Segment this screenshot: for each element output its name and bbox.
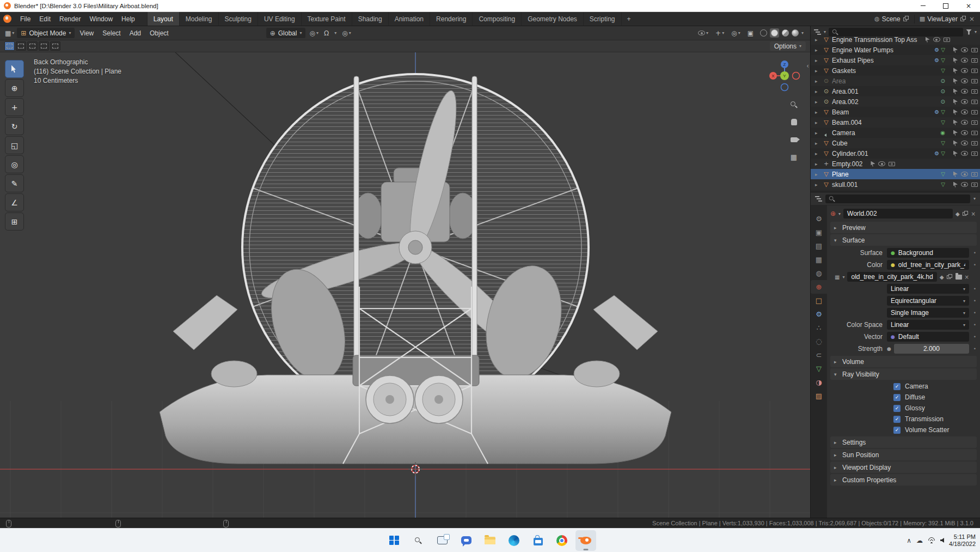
snap-settings-dropdown[interactable]: ▾ [333,31,338,35]
menu-add[interactable]: Add [126,29,145,37]
outliner-search[interactable] [829,28,963,37]
color-space-dropdown[interactable]: Linear ▾ [887,320,969,330]
rotate-tool[interactable]: ↻ [5,117,24,135]
outliner-row[interactable]: ▸ ▽ Cube ▽ [811,138,980,148]
new-scene-icon[interactable] [903,16,909,22]
expand-icon[interactable]: ▸ [815,141,820,146]
select-mode-invert-button[interactable] [39,41,49,51]
open-image-button[interactable] [955,275,962,280]
maximize-button[interactable] [934,0,957,11]
render-toggle-icon[interactable] [971,151,978,156]
render-toggle-icon[interactable] [971,131,978,135]
expand-icon[interactable]: ▸ [815,78,820,84]
object-types-visibility-dropdown[interactable]: ▾ [696,31,710,35]
overlays-toggle[interactable]: ◎▾ [730,29,742,37]
proportional-editing-dropdown[interactable]: ◎▾ [340,29,353,37]
visibility-toggle-icon[interactable] [961,151,968,156]
chevron-down-icon[interactable]: ▾ [975,29,977,34]
properties-search[interactable] [825,195,970,203]
transform-orientation-dropdown[interactable]: ⊕ Global ▾ [266,28,306,38]
chevron-down-icon[interactable]: ▾ [838,211,841,216]
fake-user-icon[interactable]: ◆ [940,274,944,280]
visibility-toggle-icon[interactable] [961,182,968,187]
workspace-tab-modeling[interactable]: Modeling [179,12,218,26]
tab-render[interactable]: ▣ [811,226,827,239]
render-toggle-icon[interactable] [971,58,978,63]
tab-view-layer[interactable]: ▦ [811,253,827,266]
outliner-row[interactable]: ▸ ⊙ Area.002 ⊙ [811,96,980,107]
visibility-toggle-icon[interactable] [933,37,940,42]
menu-object[interactable]: Object [146,29,173,37]
chevron-down-icon[interactable]: ▾ [973,196,976,201]
task-view-button[interactable] [432,530,452,551]
visibility-toggle-icon[interactable] [878,161,885,166]
render-toggle-icon[interactable] [971,79,978,83]
panel-surface[interactable]: ▾ Surface [830,234,977,246]
tab-object-data[interactable]: ▽ [811,362,827,375]
workspace-tab-shading[interactable]: Shading [352,12,388,26]
duplicate-image-button[interactable] [947,274,953,280]
visibility-toggle-icon[interactable] [961,99,968,104]
shading-rendered-button[interactable] [792,29,799,37]
menu-file[interactable]: File [16,15,35,23]
chevron-down-icon[interactable]: ▾ [842,275,844,280]
expand-icon[interactable]: ▸ [815,89,820,94]
edge-button[interactable] [504,530,524,551]
visibility-toggle-icon[interactable] [961,58,968,63]
render-toggle-icon[interactable] [971,120,978,125]
select-mode-intersect-button[interactable] [50,41,60,51]
selectable-toggle-icon[interactable] [953,141,958,146]
workspace-tab-uv-editing[interactable]: UV Editing [258,12,301,26]
vector-field[interactable]: ● Default [887,332,969,342]
tab-scene[interactable]: ◍ [811,266,827,280]
render-toggle-icon[interactable] [971,183,978,187]
expand-icon[interactable]: ▸ [815,130,820,136]
shading-solid-button[interactable] [770,28,779,38]
expand-icon[interactable]: ▸ [815,151,820,156]
checkbox[interactable]: ✓ [893,394,901,401]
chrome-button[interactable] [552,530,572,551]
add-workspace-button[interactable]: + [621,12,636,26]
world-name-field[interactable]: World.002 [843,209,953,219]
workspace-tab-sculpting[interactable]: Sculpting [218,12,258,26]
ortho-toggle-button[interactable]: ▦ [789,153,798,161]
checkbox[interactable]: ✓ [893,416,901,423]
outliner-row[interactable]: ▸ ▽ Beam ⚙▽ [811,107,980,117]
render-toggle-icon[interactable] [944,38,950,42]
panel-settings[interactable]: ▸ Settings [830,436,977,448]
selectable-toggle-icon[interactable] [953,68,958,74]
tab-material[interactable]: ◑ [811,375,827,389]
transform-tool[interactable]: ◎ [5,155,24,173]
render-toggle-icon[interactable] [971,141,978,145]
expand-icon[interactable]: ▸ [815,47,820,53]
unlink-image-icon[interactable]: × [965,274,969,280]
visibility-toggle-icon[interactable] [961,89,968,94]
image-source-dropdown[interactable]: Single Image ▾ [887,308,969,318]
blender-taskbar-button[interactable] [575,530,596,551]
snap-toggle[interactable]: Ω [322,29,330,37]
panel-ray-visibility[interactable]: ▾ Ray Visibility [830,368,977,380]
navigation-gizmo[interactable]: Z X Y [767,58,803,94]
visibility-toggle-icon[interactable] [961,78,968,83]
image-name-field[interactable]: old_tree_in_city_park_4k.hdr [847,272,936,282]
workspace-tab-texture-paint[interactable]: Texture Paint [301,12,352,26]
outliner-row[interactable]: ▸ ▽ Beam.004 ▽ [811,117,980,128]
selectable-toggle-icon[interactable] [953,89,958,94]
viewport-canvas[interactable]: Back Orthographic (116) Scene Collection… [0,52,810,518]
scene-selector[interactable]: ◍ Scene [874,15,901,23]
selectable-toggle-icon[interactable] [953,182,958,187]
outliner-row[interactable]: ▸ + Empty.002 [811,159,980,169]
fake-user-icon[interactable]: ◆ [955,211,960,217]
strength-slider[interactable]: 2.000 [894,344,969,354]
menu-window[interactable]: Window [85,15,117,23]
selectable-toggle-icon[interactable] [953,58,958,63]
scale-tool[interactable]: ◱ [5,136,24,154]
editor-type-icon[interactable]: ▦ [5,29,11,37]
panel-preview[interactable]: ▸ Preview [830,222,977,233]
selectable-toggle-icon[interactable] [953,47,958,53]
outliner-row[interactable]: ▸ ▽ Gaskets ▽ [811,65,980,76]
gizmos-toggle[interactable]: +▾ [714,29,726,37]
outliner-row[interactable]: ▸ ▽ Engine Water Pumps ⚙▽ [811,45,980,55]
checkbox[interactable]: ✓ [893,405,901,412]
visibility-toggle-icon[interactable] [961,141,968,145]
